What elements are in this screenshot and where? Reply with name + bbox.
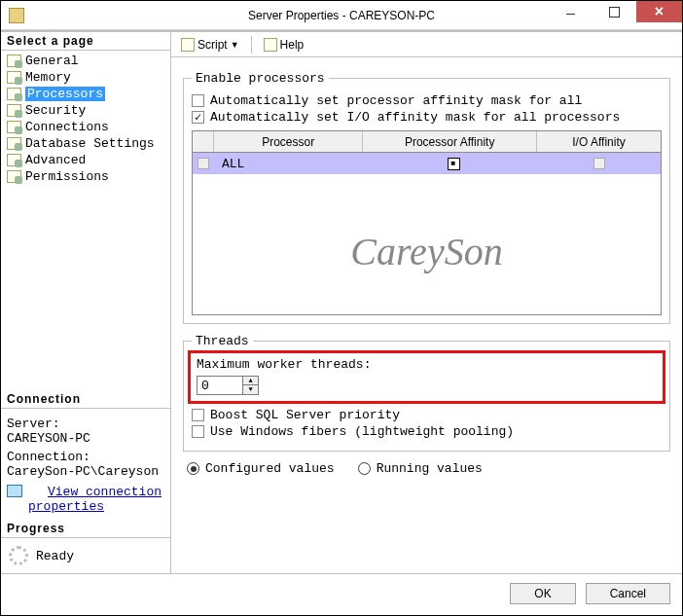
enable-processors-group: Enable processors Automatically set proc… xyxy=(183,71,670,324)
auto-io-affinity-checkbox[interactable]: Automatically set I/O affinity mask for … xyxy=(192,110,662,125)
progress-header: Progress xyxy=(1,520,170,538)
server-label: Server: xyxy=(7,417,164,431)
col-processor: Processor xyxy=(214,131,363,152)
checkbox-icon xyxy=(192,94,204,107)
ok-button[interactable]: OK xyxy=(510,583,575,604)
radio-on-icon xyxy=(187,462,199,475)
checkbox-icon xyxy=(192,425,204,438)
server-value: CAREYSON-PC xyxy=(7,431,164,446)
progress-state: Ready xyxy=(36,549,74,563)
sidebar-item-advanced[interactable]: Advanced xyxy=(1,152,170,168)
spin-up-icon[interactable]: ▲ xyxy=(243,377,258,385)
connection-value: CareySon-PC\Careyson xyxy=(7,464,164,479)
checkbox-checked-icon xyxy=(192,111,204,124)
sidebar-item-memory[interactable]: Memory xyxy=(1,69,170,86)
sidebar: Select a page General Memory Processors … xyxy=(1,32,171,573)
maximize-button[interactable] xyxy=(593,1,636,22)
page-icon xyxy=(7,71,21,84)
close-button[interactable] xyxy=(636,1,682,22)
page-icon xyxy=(7,170,21,183)
page-icon xyxy=(7,104,21,117)
sidebar-item-database-settings[interactable]: Database Settings xyxy=(1,135,170,152)
threads-group: Threads Maximum worker threads: ▲▼ Boost… xyxy=(183,334,670,452)
connection-label: Connection: xyxy=(7,450,164,464)
view-connection-link[interactable]: View connection xyxy=(48,485,162,499)
titlebar: Server Properties - CAREYSON-PC xyxy=(1,1,682,30)
highlight-box: Maximum worker threads: ▲▼ xyxy=(188,350,665,404)
main-panel: Script▼ Help Enable processors Automatic… xyxy=(171,32,682,573)
script-button[interactable]: Script▼ xyxy=(177,36,243,54)
boost-priority-checkbox[interactable]: Boost SQL Server priority xyxy=(192,408,662,422)
sidebar-item-general[interactable]: General xyxy=(1,53,170,69)
page-icon xyxy=(7,137,21,150)
sidebar-item-connections[interactable]: Connections xyxy=(1,119,170,135)
spin-down-icon[interactable]: ▼ xyxy=(243,385,258,394)
processors-table: Processor Processor Affinity I/O Affinit… xyxy=(192,130,662,315)
minimize-button[interactable] xyxy=(549,1,593,22)
max-worker-threads-input[interactable] xyxy=(198,377,242,394)
help-icon xyxy=(264,38,277,52)
connection-icon xyxy=(7,485,22,497)
select-page-header: Select a page xyxy=(1,32,170,51)
page-icon xyxy=(7,121,21,133)
cancel-button[interactable]: Cancel xyxy=(586,583,670,604)
help-button[interactable]: Help xyxy=(260,36,308,54)
radio-off-icon xyxy=(358,462,371,475)
row-processor: ALL xyxy=(214,157,368,171)
configured-values-radio[interactable]: Configured values xyxy=(187,461,335,476)
watermark-text: CareySon xyxy=(193,229,661,274)
auto-processor-affinity-checkbox[interactable]: Automatically set processor affinity mas… xyxy=(192,93,662,108)
page-icon xyxy=(7,54,21,67)
max-worker-threads-label: Maximum worker threads: xyxy=(197,357,657,372)
sidebar-item-permissions[interactable]: Permissions xyxy=(1,168,170,185)
processor-affinity-checkbox[interactable] xyxy=(448,158,460,170)
page-icon xyxy=(7,88,21,100)
script-icon xyxy=(181,38,195,52)
col-processor-affinity: Processor Affinity xyxy=(363,131,537,152)
use-fibers-checkbox[interactable]: Use Windows fibers (lightweight pooling) xyxy=(192,424,662,439)
io-affinity-checkbox[interactable] xyxy=(593,158,605,169)
threads-legend: Threads xyxy=(192,334,253,348)
view-connection-link-2[interactable]: properties xyxy=(28,499,164,514)
running-values-radio[interactable]: Running values xyxy=(358,461,483,476)
sidebar-item-processors[interactable]: Processors xyxy=(1,86,170,102)
max-worker-threads-spinner[interactable]: ▲▼ xyxy=(197,376,259,395)
checkbox-icon xyxy=(192,409,204,421)
progress-spinner-icon xyxy=(9,546,28,565)
sidebar-item-security[interactable]: Security xyxy=(1,102,170,119)
enable-processors-legend: Enable processors xyxy=(192,71,329,86)
row-checkbox[interactable] xyxy=(198,158,209,169)
col-io-affinity: I/O Affinity xyxy=(537,131,661,152)
table-row[interactable]: ALL xyxy=(193,153,661,174)
connection-header: Connection xyxy=(1,390,170,409)
chevron-down-icon: ▼ xyxy=(231,40,239,50)
page-icon xyxy=(7,154,21,166)
